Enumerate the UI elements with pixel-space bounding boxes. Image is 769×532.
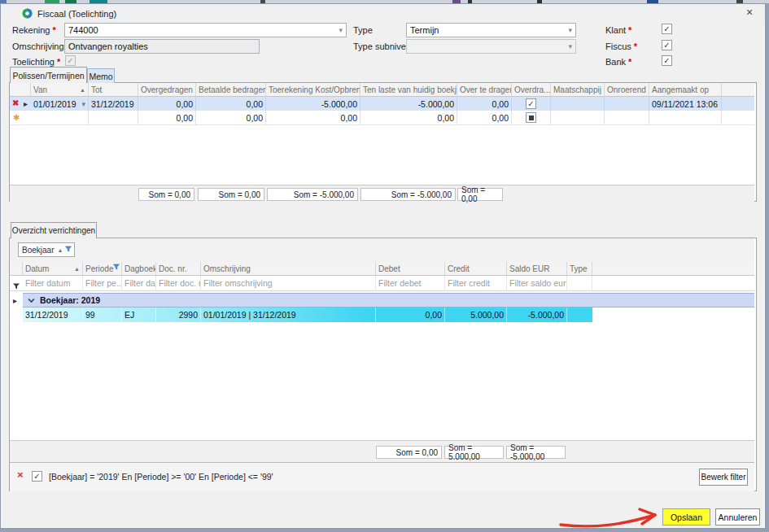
cell-ten-laste[interactable]: -5.000,00 bbox=[360, 97, 457, 111]
table-row[interactable]: ✱ 0,00 0,00 0,00 0,00 0,00 bbox=[10, 111, 754, 125]
toelichting-checkbox: ✓ bbox=[65, 55, 76, 66]
rekening-combobox[interactable]: 744000 ▾ bbox=[64, 23, 347, 37]
close-icon[interactable]: × bbox=[746, 7, 753, 18]
cell-type[interactable] bbox=[567, 307, 592, 322]
filter-icon[interactable] bbox=[113, 263, 120, 272]
grid2-col-type[interactable]: Type bbox=[567, 262, 592, 276]
grid1-col-over-te-dragen[interactable]: Over te dragen bbox=[457, 83, 512, 97]
omschrijving-label: Omschrijving bbox=[12, 41, 64, 52]
cell-over-te-dragen[interactable]: 0,00 bbox=[457, 111, 512, 124]
tab-memo[interactable]: Memo bbox=[87, 68, 115, 83]
cell-toerekening[interactable]: 0,00 bbox=[266, 111, 360, 124]
grid1-col-aangemaakt-op[interactable]: Aangemaakt op bbox=[649, 83, 722, 97]
cell-dagboek[interactable]: EJ bbox=[122, 307, 156, 322]
grid2-col-periode[interactable]: Periode bbox=[83, 262, 122, 276]
filter-credit[interactable]: Filter credit bbox=[445, 276, 507, 290]
grid1-col-onroerend[interactable]: Onroerend bbox=[605, 83, 649, 97]
bewerk-filter-button[interactable]: Bewerk filter bbox=[699, 469, 748, 486]
group-collapse-chevron-icon[interactable] bbox=[28, 298, 35, 303]
title-bar[interactable]: Fiscaal (Toelichting) × bbox=[1, 4, 765, 22]
table-row[interactable]: ✖ ▸ 01/01/2019 ▾ 31/12/2019 0,00 0,00 -5… bbox=[10, 97, 754, 111]
annuleren-button[interactable]: Annuleren bbox=[715, 508, 760, 525]
cell-overgedragen[interactable]: 0,00 bbox=[138, 97, 196, 111]
delete-row-icon[interactable]: ✖ bbox=[12, 98, 19, 107]
cell-tot[interactable] bbox=[89, 111, 138, 124]
type-label: Type bbox=[353, 24, 373, 36]
filter-expression[interactable]: [Boekjaar] = '2019' En [Periode] >= '00'… bbox=[49, 471, 273, 482]
cell-onroerend[interactable] bbox=[605, 111, 649, 124]
filter-saldo-eur[interactable]: Filter saldo eur bbox=[507, 276, 567, 290]
grid2-col-saldo-eur[interactable]: Saldo EUR bbox=[507, 262, 567, 276]
cell-over-te-dragen[interactable]: 0,00 bbox=[457, 97, 512, 111]
grid2-col-credit[interactable]: Credit bbox=[445, 262, 507, 276]
cell-van[interactable] bbox=[31, 111, 89, 124]
cell-overdraagbaar[interactable]: ✓ bbox=[512, 97, 551, 111]
cell-tot[interactable]: 31/12/2019 bbox=[89, 97, 138, 111]
sum-saldo-eur: Som = -5.000,00 bbox=[506, 446, 566, 459]
cell-debet[interactable]: 0,00 bbox=[376, 307, 445, 322]
filter-periode[interactable]: Filter pe... bbox=[83, 276, 122, 290]
grid2-col-dagboek[interactable]: Dagboek bbox=[122, 262, 156, 276]
cell-maatschappij[interactable] bbox=[551, 111, 605, 124]
grid1-col-overgedragen[interactable]: Overgedragen bbox=[138, 83, 196, 97]
cell-aangemaakt-op[interactable]: 09/11/2021 13:06 bbox=[649, 97, 722, 111]
filter-datum[interactable]: Filter datum bbox=[23, 276, 83, 290]
cell-credit[interactable]: 5.000,00 bbox=[445, 307, 507, 322]
cell-maatschappij[interactable] bbox=[551, 97, 605, 111]
grid1-col-toerekening[interactable]: Toerekening Kost/Opbrengst bbox=[266, 83, 360, 97]
table-row[interactable]: 31/12/2019 99 EJ 2990 01/01/2019 | 31/12… bbox=[23, 307, 592, 322]
filter-row-icon[interactable] bbox=[12, 279, 20, 294]
omschrijving-input[interactable]: Ontvangen royalties bbox=[64, 39, 260, 54]
grid2-col-debet[interactable]: Debet bbox=[376, 262, 445, 276]
tab-polissen-termijnen[interactable]: Polissen/Termijnen bbox=[10, 67, 87, 83]
grid1-col-van[interactable]: Van▲ bbox=[31, 83, 89, 97]
tab-overzicht-verrichtingen[interactable]: Overzicht verrichtingen bbox=[11, 222, 97, 238]
cell-betaalde-bedragen[interactable]: 0,00 bbox=[196, 97, 266, 111]
grid2-col-omschrijving[interactable]: Omschrijving bbox=[201, 262, 376, 276]
grid1-col-maatschappij[interactable]: Maatschappij bbox=[551, 83, 605, 97]
dropdown-icon[interactable]: ▾ bbox=[339, 26, 343, 34]
filter-type[interactable] bbox=[567, 276, 592, 290]
grid2-col-doc-nr[interactable]: Doc. nr. bbox=[156, 262, 201, 276]
remove-filter-icon[interactable]: × bbox=[17, 469, 24, 480]
group-by-chip-boekjaar[interactable]: Boekjaar ▲ bbox=[18, 242, 75, 257]
cell-overgedragen[interactable]: 0,00 bbox=[138, 111, 196, 124]
cell-ten-laste[interactable]: 0,00 bbox=[360, 111, 457, 124]
grid1-col-overdraagbaar[interactable]: Overdra... bbox=[512, 83, 551, 97]
cell-omschrijving[interactable]: 01/01/2019 | 31/12/2019 bbox=[201, 307, 376, 322]
fiscus-checkbox[interactable]: ✓ bbox=[662, 40, 672, 50]
cell-aangemaakt-op[interactable] bbox=[649, 111, 722, 124]
bank-checkbox[interactable]: ✓ bbox=[662, 55, 672, 66]
cell-saldo-eur[interactable]: -5.000,00 bbox=[507, 307, 567, 322]
cell-van[interactable]: 01/01/2019 ▾ bbox=[31, 97, 89, 111]
dropdown-icon[interactable]: ▾ bbox=[81, 100, 85, 108]
cell-betaalde-bedragen[interactable]: 0,00 bbox=[196, 111, 266, 124]
check-icon: ✓ bbox=[527, 99, 534, 108]
grid2-indicator-header bbox=[10, 262, 23, 276]
grid1-col-tot[interactable]: Tot bbox=[89, 83, 138, 97]
check-icon: ✓ bbox=[663, 41, 670, 50]
overdraagbaar-checkbox-indeterminate[interactable] bbox=[526, 112, 536, 123]
group-row-boekjaar-2019[interactable]: Boekjaar: 2019 bbox=[23, 293, 754, 307]
cell-overdraagbaar[interactable] bbox=[512, 111, 551, 124]
cell-onroerend[interactable] bbox=[605, 97, 649, 111]
filter-debet[interactable]: Filter debet bbox=[376, 276, 445, 290]
filter-omschrijving[interactable]: Filter omschrijving bbox=[201, 276, 376, 290]
klant-checkbox[interactable]: ✓ bbox=[662, 24, 672, 34]
filter-active-checkbox[interactable]: ✓ bbox=[32, 471, 42, 482]
cell-toerekening[interactable]: -5.000,00 bbox=[266, 97, 360, 111]
overdraagbaar-checkbox[interactable]: ✓ bbox=[526, 98, 536, 109]
check-icon: ✓ bbox=[663, 56, 670, 65]
cell-doc-nr[interactable]: 2990 bbox=[156, 307, 201, 322]
filter-icon[interactable] bbox=[65, 241, 72, 255]
filter-dagboek[interactable]: Filter da... bbox=[122, 276, 156, 290]
grid1-col-betaalde-bedragen[interactable]: Betaalde bedragen bbox=[196, 83, 266, 97]
cell-periode[interactable]: 99 bbox=[83, 307, 122, 322]
type-combobox[interactable]: Termijn ▾ bbox=[406, 23, 576, 37]
opslaan-button[interactable]: Opslaan bbox=[662, 508, 710, 525]
grid2-col-datum[interactable]: Datum▲ bbox=[23, 262, 83, 276]
filter-doc-nr[interactable]: Filter doc. nr. bbox=[156, 276, 201, 290]
cell-datum[interactable]: 31/12/2019 bbox=[23, 307, 83, 322]
dropdown-icon[interactable]: ▾ bbox=[568, 26, 572, 34]
grid1-col-ten-laste[interactable]: Ten laste van huidig boekjaar bbox=[360, 83, 457, 97]
